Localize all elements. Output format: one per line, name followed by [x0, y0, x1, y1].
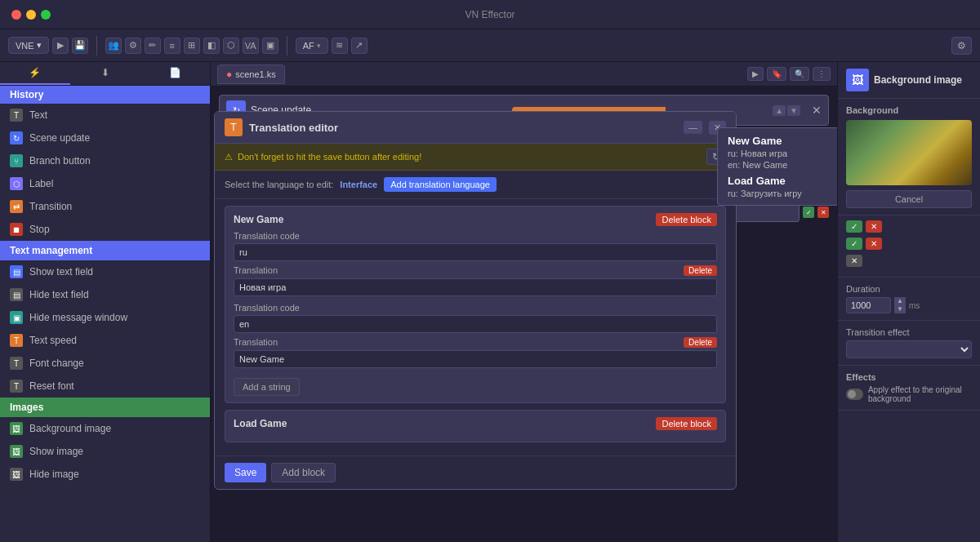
maximize-traffic-light[interactable]	[41, 10, 51, 20]
rp-transition-select[interactable]	[846, 340, 972, 358]
settings-icon[interactable]: ⚙	[125, 38, 141, 54]
sidebar-item-font-change[interactable]: T Font change	[0, 352, 210, 375]
translation-input-en[interactable]	[234, 350, 717, 368]
delete-entry-ru-btn[interactable]: Delete	[684, 265, 717, 276]
more-tab-btn[interactable]: ⋮	[813, 67, 831, 81]
block1-header: New Game Delete block	[234, 213, 717, 226]
vne-button[interactable]: VNE ▾	[8, 37, 49, 54]
rp-cancel-btn[interactable]: Cancel	[846, 190, 972, 208]
polygon-icon[interactable]: ⬡	[223, 38, 239, 54]
add-string-btn[interactable]: Add a string	[234, 378, 300, 396]
delete-entry-en-btn[interactable]: Delete	[684, 337, 717, 348]
sidebar-item-label[interactable]: ⬡ Label	[0, 172, 210, 195]
sidebar-item-transition[interactable]: ⇄ Transition	[0, 195, 210, 218]
tooltip-line1: New Game	[728, 135, 837, 147]
delete-block1-btn[interactable]: Delete block	[656, 213, 717, 226]
sidebar-item-background-image[interactable]: 🖼 Background image	[0, 417, 210, 440]
sidebar-item-hide-image-label: Hide image	[29, 469, 79, 480]
tab-modified-indicator: ●	[226, 69, 232, 80]
gear-button[interactable]: ⚙	[951, 37, 972, 55]
sidebar-item-show-image[interactable]: 🖼 Show image	[0, 440, 210, 463]
sidebar-item-show-text-field[interactable]: ▤ Show text field	[0, 260, 210, 283]
rp-bg-icon: 🖼	[846, 69, 869, 91]
sidebar-item-text[interactable]: T Text	[0, 104, 210, 127]
block-check-4[interactable]: ✓	[803, 207, 814, 218]
sidebar-item-text-speed[interactable]: T Text speed	[0, 329, 210, 352]
rp-apply-effect-toggle[interactable]	[846, 389, 863, 400]
bookmark-tab-btn[interactable]: 🔖	[767, 67, 786, 81]
sidebar-item-text-label: Text	[29, 109, 47, 121]
af-button[interactable]: AF ▾	[296, 38, 328, 54]
layers-icon[interactable]: ◧	[203, 38, 220, 54]
app-title: VN Effector	[465, 9, 514, 20]
play-button[interactable]: ▶	[52, 38, 69, 54]
bg-preview-image	[846, 120, 972, 185]
minimize-traffic-light[interactable]	[26, 10, 36, 20]
pencil-icon[interactable]: ✏	[145, 38, 161, 54]
modal-save-btn[interactable]: Save	[225, 463, 266, 482]
rp-x-btn[interactable]: ✕	[866, 220, 882, 233]
translation-block-new-game: New Game Delete block Translation code	[225, 206, 726, 403]
right-panel: 🖼 Background image Background Cancel ✓ ✕	[837, 62, 980, 542]
text-item-icon: T	[10, 109, 23, 122]
modal-lang-value: Interface	[340, 180, 377, 189]
rp-duration-input-row: ▲ ▼ ms	[846, 297, 972, 313]
block-arrow-down[interactable]: ▼	[787, 105, 800, 116]
code-label-ru: Translation code	[234, 231, 717, 241]
code-input-ru[interactable]	[234, 243, 717, 261]
modal-add-lang-btn[interactable]: Add translation language	[384, 177, 497, 192]
sidebar-item-scene-update[interactable]: ↻ Scene update	[0, 127, 210, 149]
translation-input-ru[interactable]	[234, 278, 717, 296]
list-icon[interactable]: ≡	[164, 38, 180, 54]
rp-step-up[interactable]: ▲	[894, 297, 906, 305]
main-layout: ⚡ ⬇ 📄 History T Text ↻ Scene update ⑂ Br…	[0, 62, 980, 542]
image-icon[interactable]: ▣	[262, 38, 278, 54]
left-top-btn-3[interactable]: 📄	[140, 62, 210, 85]
rp-check-btn[interactable]: ✓	[846, 220, 862, 233]
block-x-4[interactable]: ✕	[817, 207, 829, 218]
trans-label-en: Translation Delete	[234, 337, 717, 348]
toolbar-right: AF ▾ ≋ ↗	[296, 38, 368, 54]
block-arrow-up[interactable]: ▲	[773, 105, 786, 116]
delete-block2-btn[interactable]: Delete block	[656, 417, 717, 430]
left-top-btn-1[interactable]: ⚡	[0, 62, 70, 85]
rp-step-down[interactable]: ▼	[894, 305, 906, 313]
right-panel-header: 🖼 Background image	[838, 62, 980, 99]
sidebar-item-reset-font[interactable]: T Reset font	[0, 375, 210, 398]
grid-icon[interactable]: ⊞	[184, 38, 200, 54]
sidebar-item-hide-message-window[interactable]: ▣ Hide message window	[0, 306, 210, 329]
rp-x-btn-2[interactable]: ✕	[866, 238, 882, 250]
code-input-en[interactable]	[234, 315, 717, 333]
people-icon[interactable]: 👥	[105, 38, 122, 54]
waveform-icon[interactable]: ≋	[332, 38, 348, 54]
rp-x-btn-3[interactable]: ✕	[846, 255, 862, 267]
save-button[interactable]: 💾	[72, 38, 88, 54]
rp-check-btn-2[interactable]: ✓	[846, 238, 862, 250]
tab-scene1[interactable]: ● scene1.ks	[217, 64, 285, 84]
sidebar-item-hide-image[interactable]: 🖼 Hide image	[0, 463, 210, 486]
block-close-btn[interactable]: ✕	[812, 104, 822, 117]
entry-en: Translation code Translation Delete	[234, 303, 717, 368]
rp-background-label: Background	[846, 105, 972, 115]
sidebar-item-stop[interactable]: ⏹ Stop	[0, 218, 210, 241]
toolbar-divider-2	[287, 36, 287, 56]
search-tab-btn[interactable]: 🔍	[790, 67, 809, 81]
rp-controls: ✓ ✕ ✓ ✕ ✕	[838, 215, 980, 278]
left-top-btn-2[interactable]: ⬇	[70, 62, 140, 85]
modal-container: T Translation editor — ✕ ⚠ Don't forget …	[214, 111, 737, 490]
export-icon[interactable]: ↗	[351, 38, 368, 54]
code-label-en: Translation code	[234, 303, 717, 313]
history-label: History	[0, 86, 210, 104]
modal-add-block-btn[interactable]: Add block	[271, 463, 336, 482]
modal-minimize-btn[interactable]: —	[684, 121, 702, 134]
play-tab-btn[interactable]: ▶	[747, 67, 764, 81]
sidebar-item-branch-button[interactable]: ⑂ Branch button	[0, 149, 210, 172]
hide-image-icon: 🖼	[10, 468, 23, 481]
left-panel: ⚡ ⬇ 📄 History T Text ↻ Scene update ⑂ Br…	[0, 62, 211, 542]
rp-duration-input[interactable]	[846, 297, 891, 313]
block1-title: New Game	[234, 214, 283, 225]
modal-lang-bar: Select the language to edit: Interface A…	[215, 171, 736, 199]
close-traffic-light[interactable]	[11, 10, 21, 20]
sidebar-item-hide-text-field[interactable]: ▤ Hide text field	[0, 283, 210, 306]
text-icon[interactable]: VA	[243, 38, 259, 54]
